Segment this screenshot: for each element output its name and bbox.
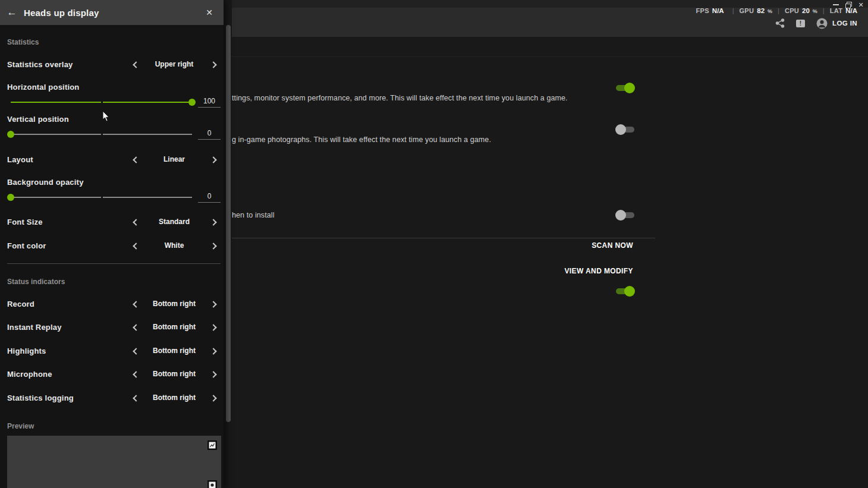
chevron-left-icon[interactable] <box>130 216 141 228</box>
vertical-position-slider[interactable]: 0 <box>7 127 221 141</box>
stat-separator: | <box>823 7 825 14</box>
status-indicators-section-label: Status indicators <box>7 278 65 286</box>
slider-value-field[interactable]: 100 <box>198 97 221 108</box>
selector-value: Bottom right <box>141 300 207 308</box>
latency-stat: LAT N/A <box>830 7 860 14</box>
statistics-section-label: Statistics <box>7 38 39 46</box>
microphone-selector: Microphone Bottom right <box>7 367 219 381</box>
stat-unit: % <box>813 8 817 14</box>
close-icon[interactable]: ✕ <box>202 0 216 25</box>
chevron-left-icon[interactable] <box>130 368 141 380</box>
panel-title: Heads up display <box>24 8 99 18</box>
in-game-overlay-toggle[interactable] <box>615 83 635 93</box>
slider-value-field[interactable]: 0 <box>198 129 221 140</box>
chevron-right-icon[interactable] <box>207 58 219 70</box>
stat-value: 20 <box>802 7 810 14</box>
driver-install-label: hen to install <box>232 211 275 219</box>
feedback-icon[interactable]: ! <box>796 20 805 27</box>
cpu-stat: CPU 20% <box>785 7 817 14</box>
scrollbar-thumb[interactable] <box>226 25 231 422</box>
statistics-logging-selector: Statistics logging Bottom right <box>7 391 219 405</box>
chevron-right-icon[interactable] <box>207 216 219 228</box>
driver-install-toggle[interactable] <box>615 210 635 221</box>
selector-label: Font color <box>7 241 130 250</box>
selector-value: Bottom right <box>141 370 207 378</box>
highlights-selector: Highlights Bottom right <box>7 344 219 358</box>
scan-now-button[interactable]: SCAN NOW <box>592 241 633 250</box>
vertical-position-label: Vertical position <box>7 115 69 124</box>
chevron-left-icon[interactable] <box>130 321 141 333</box>
in-game-overlay-description: ttings, monitor system performance, and … <box>232 94 568 102</box>
chevron-right-icon[interactable] <box>207 153 219 165</box>
slider-value-field[interactable]: 0 <box>198 192 221 203</box>
back-icon[interactable]: ← <box>0 7 24 18</box>
stat-value: N/A <box>712 7 724 14</box>
content-divider <box>232 238 655 238</box>
instant-replay-selector: Instant Replay Bottom right <box>7 320 219 334</box>
statistics-overlay-preview-icon <box>207 440 217 450</box>
horizontal-position-label: Horizontal position <box>7 83 80 92</box>
panel-section-divider <box>7 263 221 264</box>
app-window: ✕ FPS N/A | GPU 82% | CPU 20% | LAT N/A <box>0 0 868 488</box>
selector-label: Instant Replay <box>7 323 130 332</box>
photo-mode-description: g in-game photographs. This will take ef… <box>232 136 491 144</box>
font-size-selector: Font Size Standard <box>7 215 219 229</box>
photo-mode-toggle[interactable] <box>615 124 635 135</box>
gpu-stat: GPU 82% <box>740 7 773 14</box>
panel-header: ← Heads up display ✕ <box>0 0 224 25</box>
chevron-left-icon[interactable] <box>130 58 141 70</box>
stat-label: FPS <box>696 7 709 14</box>
selector-label: Record <box>7 300 130 308</box>
chevron-right-icon[interactable] <box>207 368 219 380</box>
selector-label: Layout <box>7 155 130 164</box>
background-opacity-slider[interactable]: 0 <box>7 190 221 204</box>
selector-label: Microphone <box>7 370 130 379</box>
heads-up-display-panel: ← Heads up display ✕ Statistics Statisti… <box>0 0 224 488</box>
selector-value: Upper right <box>141 60 207 68</box>
selector-label: Highlights <box>7 347 130 355</box>
chevron-left-icon[interactable] <box>130 345 141 357</box>
main-settings-area: ✕ FPS N/A | GPU 82% | CPU 20% | LAT N/A <box>224 0 868 488</box>
chevron-right-icon[interactable] <box>207 345 219 357</box>
settings-content: ttings, monitor system performance, and … <box>224 37 868 488</box>
chevron-right-icon[interactable] <box>207 321 219 333</box>
slider-thumb[interactable] <box>188 99 196 106</box>
stat-label: GPU <box>740 7 754 14</box>
layout-selector: Layout Linear <box>7 152 219 166</box>
selector-value: Standard <box>141 218 207 226</box>
selector-label: Statistics logging <box>7 393 130 402</box>
stat-label: CPU <box>785 7 799 14</box>
preview-section-label: Preview <box>7 422 34 430</box>
statistics-overlay-selector: Statistics overlay Upper right <box>7 57 219 71</box>
panel-scrollbar[interactable] <box>224 0 232 488</box>
chevron-right-icon[interactable] <box>207 240 219 251</box>
record-selector: Record Bottom right <box>7 297 219 311</box>
chevron-left-icon[interactable] <box>130 298 141 310</box>
fps-stat: FPS N/A <box>696 7 727 14</box>
status-indicator-preview-icon <box>207 480 217 488</box>
slider-thumb[interactable] <box>7 194 14 201</box>
stat-value: 82 <box>757 7 765 14</box>
chevron-left-icon[interactable] <box>130 240 141 251</box>
font-color-selector: Font color White <box>7 238 219 253</box>
chevron-right-icon[interactable] <box>207 392 219 404</box>
account-toolbar: ! LOG IN <box>775 17 857 30</box>
selector-label: Font Size <box>7 218 130 226</box>
bottom-toggle[interactable] <box>615 286 635 297</box>
selector-label: Statistics overlay <box>7 60 130 69</box>
slider-thumb[interactable] <box>7 131 14 138</box>
chevron-left-icon[interactable] <box>130 153 141 165</box>
stat-unit: % <box>768 8 772 14</box>
chevron-left-icon[interactable] <box>130 392 141 404</box>
chevron-right-icon[interactable] <box>207 298 219 310</box>
login-label: LOG IN <box>832 20 857 27</box>
horizontal-position-slider[interactable]: 100 <box>7 95 221 109</box>
selector-value: Bottom right <box>141 323 207 331</box>
view-and-modify-button[interactable]: VIEW AND MODIFY <box>564 267 633 275</box>
background-opacity-label: Background opacity <box>7 178 84 187</box>
selector-value: Bottom right <box>141 347 207 355</box>
selector-value: White <box>141 241 207 250</box>
stat-value: N/A <box>845 7 857 14</box>
share-icon[interactable] <box>775 18 785 28</box>
login-button[interactable]: LOG IN <box>816 18 857 29</box>
